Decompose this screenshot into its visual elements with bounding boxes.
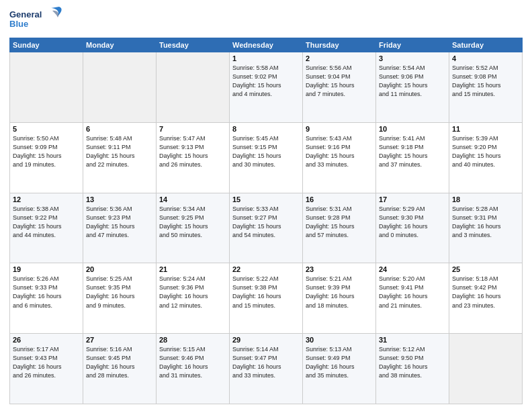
day-detail: Sunrise: 5:38 AMSunset: 9:22 PMDaylight:… xyxy=(13,205,80,240)
calendar-cell: 26Sunrise: 5:17 AMSunset: 9:43 PMDayligh… xyxy=(10,334,83,404)
day-detail: Sunrise: 5:14 AMSunset: 9:47 PMDaylight:… xyxy=(232,345,300,380)
week-row-4: 19Sunrise: 5:26 AMSunset: 9:33 PMDayligh… xyxy=(10,263,523,334)
weekday-header-row: SundayMondayTuesdayWednesdayThursdayFrid… xyxy=(10,38,523,52)
day-detail: Sunrise: 5:17 AMSunset: 9:43 PMDaylight:… xyxy=(13,345,80,380)
day-number: 15 xyxy=(232,195,300,203)
calendar-cell xyxy=(157,52,230,123)
day-number: 27 xyxy=(86,336,153,344)
calendar-cell: 5Sunrise: 5:50 AMSunset: 9:09 PMDaylight… xyxy=(10,122,83,193)
day-detail: Sunrise: 5:15 AMSunset: 9:46 PMDaylight:… xyxy=(159,345,226,380)
calendar-cell: 25Sunrise: 5:18 AMSunset: 9:42 PMDayligh… xyxy=(449,263,523,334)
day-detail: Sunrise: 5:45 AMSunset: 9:15 PMDaylight:… xyxy=(232,134,300,169)
calendar-cell: 13Sunrise: 5:36 AMSunset: 9:23 PMDayligh… xyxy=(83,193,157,263)
weekday-header-sunday: Sunday xyxy=(10,38,83,52)
day-number: 9 xyxy=(306,125,373,133)
calendar-table: SundayMondayTuesdayWednesdayThursdayFrid… xyxy=(9,38,523,404)
day-number: 8 xyxy=(232,125,300,133)
calendar-cell: 9Sunrise: 5:43 AMSunset: 9:16 PMDaylight… xyxy=(303,122,376,193)
day-number: 25 xyxy=(452,265,519,273)
calendar-cell: 3Sunrise: 5:54 AMSunset: 9:06 PMDaylight… xyxy=(376,52,449,123)
logo-svg: General Blue xyxy=(9,7,63,34)
day-detail: Sunrise: 5:18 AMSunset: 9:42 PMDaylight:… xyxy=(452,275,519,310)
calendar-cell: 15Sunrise: 5:33 AMSunset: 9:27 PMDayligh… xyxy=(230,193,303,263)
week-row-3: 12Sunrise: 5:38 AMSunset: 9:22 PMDayligh… xyxy=(10,193,523,263)
logo: General Blue xyxy=(9,7,63,34)
calendar-cell: 11Sunrise: 5:39 AMSunset: 9:20 PMDayligh… xyxy=(449,122,523,193)
calendar-cell: 24Sunrise: 5:20 AMSunset: 9:41 PMDayligh… xyxy=(376,263,449,334)
page: General Blue SundayMondayTuesdayWednesda… xyxy=(0,0,532,411)
svg-text:Blue: Blue xyxy=(9,19,28,29)
day-detail: Sunrise: 5:39 AMSunset: 9:20 PMDaylight:… xyxy=(452,134,519,169)
svg-text:General: General xyxy=(9,9,42,19)
calendar-cell: 17Sunrise: 5:29 AMSunset: 9:30 PMDayligh… xyxy=(376,193,449,263)
day-detail: Sunrise: 5:28 AMSunset: 9:31 PMDaylight:… xyxy=(452,205,519,240)
day-number: 10 xyxy=(379,125,446,133)
calendar-cell: 22Sunrise: 5:22 AMSunset: 9:38 PMDayligh… xyxy=(230,263,303,334)
calendar-cell: 7Sunrise: 5:47 AMSunset: 9:13 PMDaylight… xyxy=(157,122,230,193)
calendar-cell: 28Sunrise: 5:15 AMSunset: 9:46 PMDayligh… xyxy=(157,334,230,404)
day-detail: Sunrise: 5:41 AMSunset: 9:18 PMDaylight:… xyxy=(379,134,446,169)
day-detail: Sunrise: 5:52 AMSunset: 9:08 PMDaylight:… xyxy=(452,64,519,99)
day-number: 11 xyxy=(452,125,519,133)
day-detail: Sunrise: 5:33 AMSunset: 9:27 PMDaylight:… xyxy=(232,205,300,240)
day-number: 14 xyxy=(159,195,226,203)
day-detail: Sunrise: 5:13 AMSunset: 9:49 PMDaylight:… xyxy=(306,345,373,380)
header: General Blue xyxy=(9,7,523,34)
calendar-cell xyxy=(449,334,523,404)
calendar-cell: 1Sunrise: 5:58 AMSunset: 9:02 PMDaylight… xyxy=(230,52,303,123)
day-detail: Sunrise: 5:25 AMSunset: 9:35 PMDaylight:… xyxy=(86,275,153,310)
day-number: 20 xyxy=(86,265,153,273)
day-number: 3 xyxy=(379,54,446,62)
calendar-cell: 12Sunrise: 5:38 AMSunset: 9:22 PMDayligh… xyxy=(10,193,83,263)
day-number: 21 xyxy=(159,265,226,273)
day-number: 26 xyxy=(13,336,80,344)
weekday-header-monday: Monday xyxy=(83,38,157,52)
day-detail: Sunrise: 5:56 AMSunset: 9:04 PMDaylight:… xyxy=(306,64,373,99)
day-number: 6 xyxy=(86,125,153,133)
day-detail: Sunrise: 5:48 AMSunset: 9:11 PMDaylight:… xyxy=(86,134,153,169)
weekday-header-wednesday: Wednesday xyxy=(230,38,303,52)
day-detail: Sunrise: 5:31 AMSunset: 9:28 PMDaylight:… xyxy=(306,205,373,240)
day-detail: Sunrise: 5:43 AMSunset: 9:16 PMDaylight:… xyxy=(306,134,373,169)
day-number: 1 xyxy=(232,54,300,62)
calendar-cell: 20Sunrise: 5:25 AMSunset: 9:35 PMDayligh… xyxy=(83,263,157,334)
calendar-cell: 19Sunrise: 5:26 AMSunset: 9:33 PMDayligh… xyxy=(10,263,83,334)
day-number: 2 xyxy=(306,54,373,62)
day-number: 28 xyxy=(159,336,226,344)
calendar-cell: 8Sunrise: 5:45 AMSunset: 9:15 PMDaylight… xyxy=(230,122,303,193)
day-number: 5 xyxy=(13,125,80,133)
weekday-header-tuesday: Tuesday xyxy=(157,38,230,52)
day-detail: Sunrise: 5:12 AMSunset: 9:50 PMDaylight:… xyxy=(379,345,446,380)
calendar-cell xyxy=(83,52,157,123)
day-number: 29 xyxy=(232,336,300,344)
day-number: 7 xyxy=(159,125,226,133)
day-number: 12 xyxy=(13,195,80,203)
day-detail: Sunrise: 5:54 AMSunset: 9:06 PMDaylight:… xyxy=(379,64,446,99)
calendar-cell: 30Sunrise: 5:13 AMSunset: 9:49 PMDayligh… xyxy=(303,334,376,404)
calendar-cell: 29Sunrise: 5:14 AMSunset: 9:47 PMDayligh… xyxy=(230,334,303,404)
weekday-header-thursday: Thursday xyxy=(303,38,376,52)
day-detail: Sunrise: 5:34 AMSunset: 9:25 PMDaylight:… xyxy=(159,205,226,240)
day-detail: Sunrise: 5:21 AMSunset: 9:39 PMDaylight:… xyxy=(306,275,373,310)
calendar-cell: 23Sunrise: 5:21 AMSunset: 9:39 PMDayligh… xyxy=(303,263,376,334)
calendar-cell: 16Sunrise: 5:31 AMSunset: 9:28 PMDayligh… xyxy=(303,193,376,263)
day-number: 19 xyxy=(13,265,80,273)
day-number: 16 xyxy=(306,195,373,203)
calendar-cell: 18Sunrise: 5:28 AMSunset: 9:31 PMDayligh… xyxy=(449,193,523,263)
day-number: 17 xyxy=(379,195,446,203)
day-number: 13 xyxy=(86,195,153,203)
week-row-1: 1Sunrise: 5:58 AMSunset: 9:02 PMDaylight… xyxy=(10,52,523,123)
calendar-cell: 4Sunrise: 5:52 AMSunset: 9:08 PMDaylight… xyxy=(449,52,523,123)
day-number: 24 xyxy=(379,265,446,273)
calendar-cell xyxy=(10,52,83,123)
day-detail: Sunrise: 5:22 AMSunset: 9:38 PMDaylight:… xyxy=(232,275,300,310)
day-detail: Sunrise: 5:26 AMSunset: 9:33 PMDaylight:… xyxy=(13,275,80,310)
day-detail: Sunrise: 5:29 AMSunset: 9:30 PMDaylight:… xyxy=(379,205,446,240)
week-row-2: 5Sunrise: 5:50 AMSunset: 9:09 PMDaylight… xyxy=(10,122,523,193)
day-detail: Sunrise: 5:20 AMSunset: 9:41 PMDaylight:… xyxy=(379,275,446,310)
weekday-header-friday: Friday xyxy=(376,38,449,52)
calendar-cell: 27Sunrise: 5:16 AMSunset: 9:45 PMDayligh… xyxy=(83,334,157,404)
calendar-cell: 10Sunrise: 5:41 AMSunset: 9:18 PMDayligh… xyxy=(376,122,449,193)
day-detail: Sunrise: 5:58 AMSunset: 9:02 PMDaylight:… xyxy=(232,64,300,99)
calendar-cell: 2Sunrise: 5:56 AMSunset: 9:04 PMDaylight… xyxy=(303,52,376,123)
